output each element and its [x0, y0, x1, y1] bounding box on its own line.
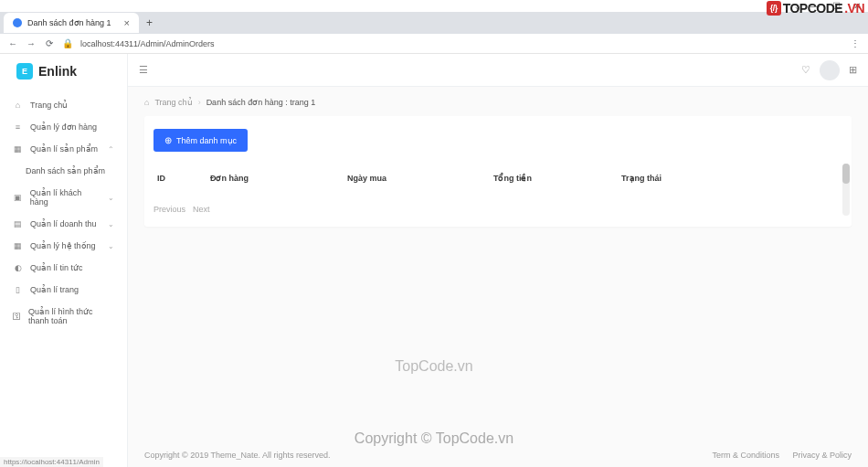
url-field[interactable]: localhost:44311/Admin/AdminOrders: [80, 39, 842, 48]
topbar: ☰ ♡ ⊞: [128, 54, 868, 87]
breadcrumb-home[interactable]: Trang chủ: [154, 98, 192, 107]
breadcrumb: ⌂ Trang chủ › Danh sách đơn hàng : trang…: [144, 98, 852, 107]
compass-icon: ◐: [13, 263, 23, 272]
th-id: ID: [155, 174, 210, 183]
bell-icon[interactable]: ♡: [801, 64, 810, 76]
window-titlebar: ⌵ — ☐ ✕: [0, 0, 868, 12]
nav-forward-icon[interactable]: →: [26, 38, 37, 48]
chevron-down-icon: ⌄: [108, 220, 114, 228]
sidebar-item-payments[interactable]: ⚿Quản lí hình thức thanh toán: [0, 301, 127, 332]
th-date: Ngày mua: [347, 174, 493, 183]
breadcrumb-current: Danh sách đơn hàng : trang 1: [206, 98, 316, 107]
grid-icon: ▦: [13, 241, 23, 250]
list-icon: ≡: [13, 122, 23, 132]
watermark-center: TopCode.vn: [395, 358, 472, 375]
brand-name: Enlink: [38, 64, 77, 79]
lock-icon: ⚿: [13, 312, 21, 321]
watermark-topcode: {/} TOPCODE.VN: [767, 1, 864, 16]
add-category-button[interactable]: ⊕ Thêm danh mục: [153, 129, 248, 152]
home-icon: ⌂: [13, 101, 23, 110]
sidebar-item-revenue[interactable]: ▤Quản lí doanh thu⌄: [0, 213, 127, 235]
file-icon: ▯: [13, 285, 23, 294]
orders-table: ID Đơn hàng Ngày mua Tổng tiền Trạng thá…: [153, 168, 842, 188]
pagination-prev[interactable]: Previous: [153, 205, 185, 214]
table-header-row: ID Đơn hàng Ngày mua Tổng tiền Trạng thá…: [153, 168, 842, 188]
chevron-down-icon: ⌄: [108, 242, 114, 250]
watermark-copyright: Copyright © TopCode.vn: [355, 430, 513, 447]
pagination-next[interactable]: Next: [193, 205, 210, 214]
chevron-down-icon: ⌄: [108, 194, 114, 202]
th-status: Trạng thái: [621, 174, 841, 183]
nav-reload-icon[interactable]: ⟳: [44, 38, 55, 48]
plus-icon: ⊕: [164, 135, 172, 145]
scrollbar-track[interactable]: [842, 164, 850, 216]
main-area: ☰ ♡ ⊞ ⌂ Trang chủ › Danh sách đơn hàng :…: [128, 54, 868, 467]
brand-logo[interactable]: E Enlink: [0, 54, 127, 90]
scrollbar-thumb[interactable]: [842, 164, 850, 184]
sidebar-item-system[interactable]: ▦Quản lý hệ thống⌄: [0, 235, 127, 257]
sidebar-item-products-list[interactable]: Danh sách sản phẩm: [0, 160, 127, 182]
avatar[interactable]: [820, 60, 840, 80]
apps-grid-icon[interactable]: ⊞: [849, 64, 857, 76]
pagination: Previous Next: [153, 205, 842, 214]
sidebar-item-orders[interactable]: ≡Quản lý đơn hàng: [0, 116, 127, 138]
lock-icon: 🔒: [62, 38, 73, 48]
users-icon: ▣: [13, 193, 23, 202]
sidebar-toggle-icon[interactable]: ☰: [139, 64, 148, 76]
sidebar-item-pages[interactable]: ▯Quản lí trang: [0, 279, 127, 301]
footer-copyright: Copyright © 2019 Theme_Nate. All rights …: [144, 451, 331, 460]
breadcrumb-sep: ›: [198, 98, 201, 107]
sidebar-item-products[interactable]: ▦Quản lí sản phẩm⌃: [0, 138, 127, 160]
footer-terms-link[interactable]: Term & Conditions: [712, 451, 779, 460]
footer-privacy-link[interactable]: Privacy & Policy: [792, 451, 852, 460]
sidebar-item-home[interactable]: ⌂Trang chủ: [0, 94, 127, 116]
tab-favicon: [13, 18, 22, 27]
home-icon: ⌂: [144, 98, 149, 107]
browser-menu-icon[interactable]: ⋮: [850, 38, 861, 48]
new-tab-button[interactable]: +: [139, 16, 160, 29]
browser-status-bar: https://localhost:44311/Admin: [0, 457, 103, 467]
sidebar: E Enlink ⌂Trang chủ ≡Quản lý đơn hàng ▦Q…: [0, 54, 128, 467]
tab-close-icon[interactable]: ×: [124, 17, 130, 28]
sidebar-item-news[interactable]: ◐Quản lí tin tức: [0, 257, 127, 279]
chart-icon: ▤: [13, 219, 23, 228]
nav-back-icon[interactable]: ←: [7, 38, 18, 48]
tab-title: Danh sách đơn hàng 1: [27, 18, 111, 27]
browser-tab-strip: Danh sách đơn hàng 1 × +: [0, 12, 868, 34]
th-order: Đơn hàng: [210, 174, 347, 183]
sidebar-item-customers[interactable]: ▣Quản lí khách hàng⌄: [0, 182, 127, 213]
orders-card: ⊕ Thêm danh mục ID Đơn hàng Ngày mua Tổn…: [144, 116, 852, 227]
chevron-up-icon: ⌃: [108, 145, 114, 154]
logo-mark: E: [16, 63, 33, 80]
th-total: Tổng tiền: [493, 174, 621, 183]
browser-address-bar: ← → ⟳ 🔒 localhost:44311/Admin/AdminOrder…: [0, 34, 868, 54]
browser-tab-active[interactable]: Danh sách đơn hàng 1 ×: [4, 13, 139, 33]
cube-icon: ▦: [13, 144, 23, 154]
